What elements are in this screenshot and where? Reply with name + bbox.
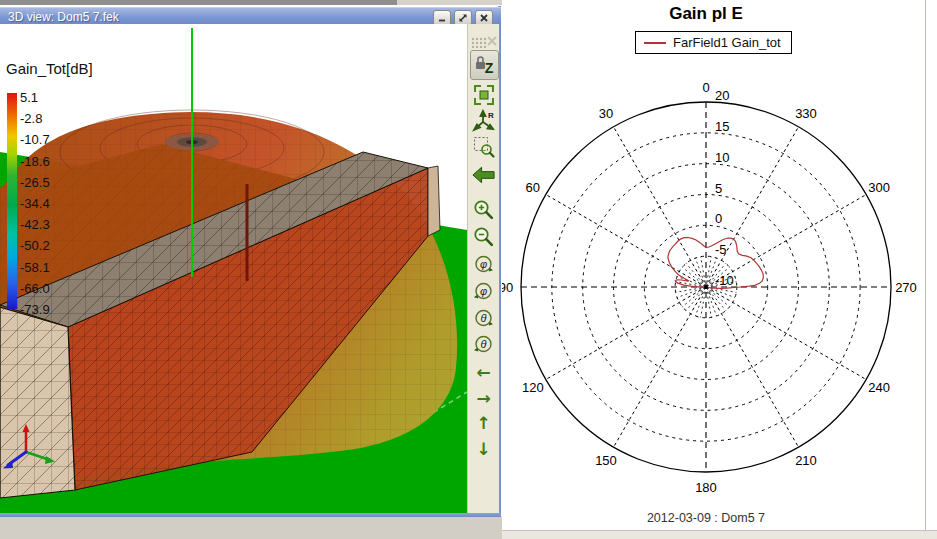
close-icon [479,13,489,23]
polar-grid-spoke [706,287,866,380]
polar-angle-label: 180 [695,480,717,495]
colorbar-label: -50.2 [20,238,50,252]
svg-text:θ: θ [480,312,486,324]
restore-icon [458,13,468,23]
background-strip-dark [0,0,397,5]
polar-angle-label: 270 [895,280,917,295]
3d-view-toolbar: ZRφφθθ←→↑↓ [467,24,499,513]
colorbar-label: -66.0 [20,281,50,295]
rotate-theta-cw-button[interactable]: θ [471,306,496,330]
colorbar-label: -18.6 [20,154,50,168]
background-bottom-strip [502,530,937,539]
polar-angle-label: 210 [795,453,817,468]
polar-center-dot [704,285,708,289]
zoom-extents-button[interactable] [471,83,496,107]
rotate-theta-ccw-button[interactable]: θ [471,332,496,356]
rotate-phi-ccw-button[interactable]: φ [471,279,496,303]
polar-radial-label: 20 [715,88,729,103]
polar-angle-label: 60 [526,180,540,195]
pan-down-button[interactable]: ↓ [471,437,496,461]
polar-angle-label: 30 [599,106,613,121]
polar-radial-label: -5 [715,242,727,257]
polar-angle-label: 300 [868,180,890,195]
background-bottom-left [0,517,502,539]
polar-grid-spoke [546,195,706,288]
polar-chart-panel: Gain pl E FarField1 Gain_tot 03060901201… [502,0,926,530]
colorbar-label: -26.5 [20,175,50,189]
polar-grid-minor-spoke [701,257,706,287]
polar-angle-label: 330 [795,106,817,121]
svg-text:φ: φ [479,258,486,270]
colorbar-label: -10.7 [20,132,50,146]
polar-radial-label: 5 [715,181,722,196]
window-title: 3D view: Dom5 7.fek [0,10,119,24]
3d-canvas[interactable]: Gain_Tot[dB] 5.1-2.8-10.7-18.6-26.5-34.4… [0,24,467,513]
pan-right-button[interactable]: → [471,386,496,410]
svg-text:θ: θ [480,338,486,350]
polar-grid-minor-spoke [676,287,706,292]
lock-z-button[interactable]: Z [470,50,499,80]
pan-up-button[interactable]: ↑ [471,411,496,435]
polar-angle-label: 240 [868,380,890,395]
zoom-out-button[interactable] [471,225,496,249]
colorbar-label: 5.1 [20,90,38,104]
colorbar-title: Gain_Tot[dB] [6,60,93,77]
polar-angle-label: 150 [595,453,617,468]
svg-text:R: R [488,111,494,120]
colorbar-label: -34.4 [20,196,50,210]
zoom-rectangle-button[interactable] [471,135,496,159]
3d-scene [0,24,467,513]
zoom-in-button[interactable] [471,198,496,222]
colorbar-label: -42.3 [20,217,50,231]
polar-radial-label: 10 [715,150,729,165]
window-border [0,513,501,517]
polar-radial-label: 15 [715,119,729,134]
polar-radial-label: 0 [715,211,722,226]
colorbar-label: -2.8 [20,111,42,125]
background-strip-light [397,0,503,5]
colorbar-label: -58.1 [20,260,50,274]
polar-grid-spoke [614,127,707,287]
colorbar-label: -73.9 [20,302,50,316]
mesh-box-near-end-mesh [0,307,75,498]
mesh-box-far-end [428,166,440,236]
svg-text:Z: Z [484,60,493,76]
polar-grid-spoke [546,287,706,380]
polar-grid-spoke [706,287,799,447]
rotate-axes-button[interactable]: R [471,109,496,133]
polar-grid-spoke [614,287,707,447]
pan-left-button[interactable]: ← [471,360,496,384]
previous-view-button[interactable] [471,163,496,187]
polar-grid-minor-spoke [706,257,711,287]
3d-view-titlebar[interactable]: 3D view: Dom5 7.fek [0,7,501,25]
screen: 3D view: Dom5 7.fek [0,0,937,539]
chart-caption: 2012-03-09 : Dom5 7 [502,511,910,525]
polar-angle-label: 90 [502,280,513,295]
polar-grid-minor-spoke [706,287,711,317]
polar-angle-label: 0 [702,80,709,95]
minimize-icon [437,13,447,23]
polar-grid-minor-spoke [701,287,706,317]
3d-view-window: 3D view: Dom5 7.fek [0,6,501,517]
svg-text:φ: φ [479,285,486,297]
rotate-phi-cw-button[interactable]: φ [471,252,496,276]
polar-angle-label: 120 [522,380,544,395]
colorbar-gradient [7,93,17,309]
polar-radial-label: -10 [715,273,734,288]
polar-plot: 0306090120150180210240270300330-10-50510… [502,0,925,530]
